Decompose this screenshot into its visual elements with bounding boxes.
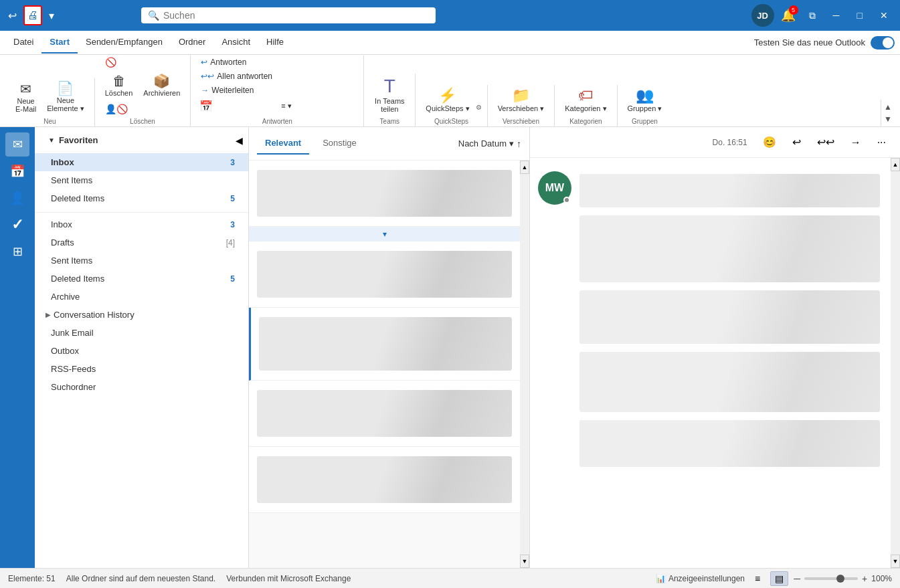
favoriten-header[interactable]: ▼ Favoriten [40, 130, 106, 151]
menu-ordner[interactable]: Ordner [171, 31, 213, 54]
folder-item-suchordner[interactable]: Suchordner [35, 378, 248, 396]
weiterleiten-button[interactable]: → Weiterleiten [196, 84, 358, 97]
menu-ansicht[interactable]: Ansicht [213, 31, 258, 54]
ignore-button[interactable]: 🚫 [100, 55, 181, 70]
folder-item-conv-history[interactable]: ▶ Conversation History [35, 306, 248, 324]
conv-history-label: Conversation History [54, 310, 134, 320]
reading-blurred-1 [579, 174, 880, 207]
print-button[interactable]: 🖨 [23, 5, 42, 25]
maximize-button[interactable]: □ [850, 6, 869, 25]
favoriten-label: Favoriten [59, 135, 98, 145]
teams-teilen-button[interactable]: T In Teamsteilen [369, 74, 410, 116]
main-layout: ✉ 📅 👤 ✓ ⊞ ▼ Favoriten ◀ Inbox 3 Sent Ite… [0, 127, 900, 568]
zoom-increase-icon[interactable]: + [862, 573, 867, 584]
folder-item-sent-fav[interactable]: Sent Items [35, 171, 248, 189]
minimize-button[interactable]: ─ [826, 6, 846, 25]
verschieben-icon: 📁 [512, 88, 530, 103]
loeschen-icon: 🗑 [112, 74, 126, 88]
email-scroll-down-btn[interactable]: ▼ [520, 555, 529, 568]
neue-elemente-icon: 📄 [57, 82, 74, 95]
email-item-1[interactable] [249, 161, 520, 227]
loeschen-button[interactable]: 🗑 Löschen [100, 71, 138, 100]
collapse-panel-button[interactable]: ◀ [236, 135, 243, 146]
folder-item-junk[interactable]: Junk Email [35, 324, 248, 342]
verschieben-button[interactable]: 📁 Verschieben ▾ [493, 85, 549, 116]
meeting-reply-button[interactable]: 📅 [196, 98, 276, 114]
quicksteps-settings-icon[interactable]: ⚙ [476, 104, 482, 111]
view-normal-button[interactable]: ▤ [770, 571, 788, 586]
zoom-control: ─ + 100% [794, 573, 892, 584]
ribbon-group-neu: ✉ NeueE-Mail 📄 NeueElemente ▾ Neu [5, 78, 95, 126]
menu-hilfe[interactable]: Hilfe [258, 31, 292, 54]
sidebar-icon-mail[interactable]: ✉ [5, 132, 29, 157]
reply-all-button[interactable]: ↩↩ [811, 132, 840, 152]
reply-button[interactable]: ↩ [786, 132, 807, 152]
close-button[interactable]: ✕ [873, 6, 895, 25]
neue-email-button[interactable]: ✉ NeueE-Mail [11, 79, 41, 116]
sidebar-icon-calendar[interactable]: 📅 [5, 159, 29, 183]
email-scroll-up-btn[interactable]: ▲ [520, 161, 529, 174]
new-outlook-toggle[interactable] [871, 36, 895, 50]
view-compact-button[interactable]: ≡ [750, 571, 765, 586]
kategorien-button[interactable]: 🏷 Kategorien ▾ [560, 85, 611, 116]
deleted-fav-badge: 5 [230, 194, 235, 203]
folder-item-rss[interactable]: RSS-Feeds [35, 360, 248, 378]
zoom-slider[interactable] [804, 577, 858, 580]
notification-button[interactable]: 🔔 5 [778, 5, 798, 25]
antworten-icon: ↩ [201, 58, 207, 67]
email-item-5[interactable] [249, 447, 520, 513]
menu-senden[interactable]: Senden/Empfangen [78, 31, 171, 54]
ribbon-group-loeschen-label: Löschen [100, 116, 185, 125]
undo-button[interactable]: ↩ [5, 7, 19, 25]
display-settings-icon: 📊 [656, 574, 666, 583]
ribbon-scroll-up[interactable]: ▲ [883, 101, 893, 113]
more-reply-button[interactable]: ≡ ▾ [278, 98, 358, 114]
reading-scroll-down-btn[interactable]: ▼ [891, 555, 900, 568]
more-actions-button[interactable]: ··· [871, 133, 892, 152]
quicksteps-button[interactable]: ⚡ QuickSteps ▾ [421, 85, 474, 116]
neue-elemente-button[interactable]: 📄 NeueElemente ▾ [42, 78, 89, 116]
status-bar-right: 📊 Anzeigeeinstellungen ≡ ▤ ─ + 100% [656, 571, 892, 586]
sort-button[interactable]: Nach Datum ▾ ↑ [458, 138, 521, 149]
email-item-2[interactable] [249, 241, 520, 308]
folder-item-outbox[interactable]: Outbox [35, 342, 248, 360]
antworten-button[interactable]: ↩ Antworten [196, 56, 358, 69]
folder-item-deleted[interactable]: Deleted Items 5 [35, 270, 248, 288]
show-more-button[interactable]: ▾ [249, 227, 520, 241]
allen-antworten-button[interactable]: ↩↩ Allen antworten [196, 70, 358, 83]
deleted-label: Deleted Items [51, 274, 104, 284]
folder-item-sent[interactable]: Sent Items [35, 252, 248, 270]
archivieren-button[interactable]: 📦 Archivieren [139, 71, 185, 100]
display-settings-button[interactable]: 📊 Anzeigeeinstellungen [656, 574, 745, 583]
zoom-decrease-icon[interactable]: ─ [794, 573, 800, 584]
gruppen-button[interactable]: 👥 Gruppen ▾ [623, 85, 667, 116]
restore-window-button[interactable]: ⧉ [802, 6, 822, 25]
reading-body: MW [538, 166, 892, 475]
deleted-fav-label: Deleted Items [51, 193, 104, 203]
tab-sonstige[interactable]: Sonstige [314, 132, 365, 155]
sidebar-icon-contacts[interactable]: 👤 [5, 186, 29, 210]
menu-start[interactable]: Start [41, 31, 78, 54]
email-list-header: Relevant Sonstige Nach Datum ▾ ↑ [249, 127, 529, 161]
reading-scroll-up-btn[interactable]: ▲ [891, 158, 900, 171]
sidebar-icon-tasks[interactable]: ✓ [5, 213, 29, 237]
folder-item-archive[interactable]: Archive [35, 288, 248, 306]
block-button[interactable]: 👤🚫 [100, 102, 181, 116]
folder-item-deleted-fav[interactable]: Deleted Items 5 [35, 189, 248, 207]
emoji-button[interactable]: 😊 [757, 132, 782, 152]
search-input[interactable] [163, 10, 429, 21]
ribbon-scroll-down[interactable]: ▼ [883, 113, 893, 125]
loeschen-label: Löschen [105, 89, 133, 97]
email-item-3[interactable] [249, 308, 520, 381]
zoom-level: 100% [871, 574, 892, 583]
tab-relevant[interactable]: Relevant [257, 132, 309, 155]
inbox-badge: 3 [230, 220, 235, 229]
dropdown-button[interactable]: ▾ [46, 7, 57, 25]
email-item-4[interactable] [249, 381, 520, 447]
menu-datei[interactable]: Datei [5, 31, 41, 54]
forward-button[interactable]: → [844, 133, 867, 152]
folder-item-inbox[interactable]: Inbox 3 [35, 215, 248, 233]
sidebar-icon-apps[interactable]: ⊞ [5, 239, 29, 264]
folder-item-inbox-fav[interactable]: Inbox 3 [35, 153, 248, 171]
folder-item-drafts[interactable]: Drafts [4] [35, 233, 248, 252]
